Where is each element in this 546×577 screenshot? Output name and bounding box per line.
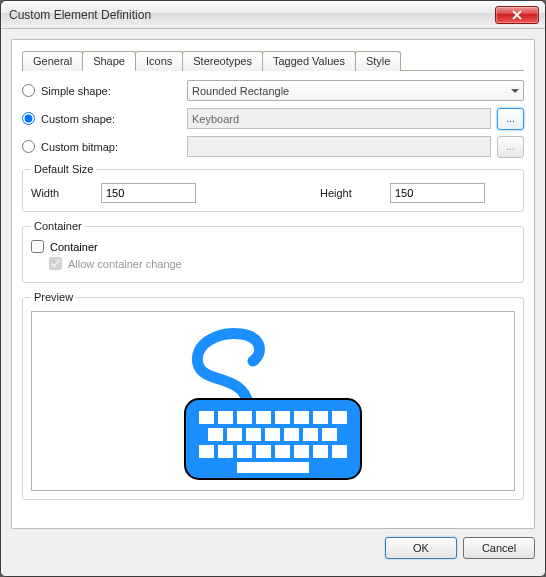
- simple-shape-label: Simple shape:: [41, 85, 181, 97]
- svg-rect-21: [294, 445, 309, 458]
- svg-rect-1: [199, 411, 214, 424]
- ok-button[interactable]: OK: [385, 537, 457, 559]
- custom-bitmap-label: Custom bitmap:: [41, 141, 181, 153]
- custom-shape-field[interactable]: [187, 108, 491, 129]
- close-button[interactable]: [495, 6, 539, 24]
- svg-rect-4: [256, 411, 271, 424]
- svg-rect-18: [237, 445, 252, 458]
- svg-rect-11: [246, 428, 261, 441]
- allow-container-change-checkbox: [49, 257, 62, 270]
- height-label: Height: [320, 187, 380, 199]
- svg-rect-17: [218, 445, 233, 458]
- svg-rect-5: [275, 411, 290, 424]
- width-input[interactable]: [101, 183, 196, 203]
- dialog-window: Custom Element Definition General Shape …: [0, 0, 546, 577]
- keyboard-icon: [133, 319, 413, 484]
- close-icon: [512, 10, 522, 20]
- radio-simple-shape[interactable]: [22, 84, 35, 97]
- container-label: Container: [50, 241, 98, 253]
- svg-rect-9: [208, 428, 223, 441]
- svg-rect-8: [332, 411, 347, 424]
- svg-rect-19: [256, 445, 271, 458]
- radio-custom-shape[interactable]: [22, 112, 35, 125]
- svg-rect-24: [237, 462, 309, 473]
- cancel-button[interactable]: Cancel: [463, 537, 535, 559]
- svg-rect-2: [218, 411, 233, 424]
- preview-legend: Preview: [31, 291, 76, 303]
- simple-shape-value: Rounded Rectangle: [192, 85, 289, 97]
- container-group: Container Container Allow container chan…: [22, 220, 524, 283]
- width-label: Width: [31, 187, 91, 199]
- svg-rect-7: [313, 411, 328, 424]
- default-size-group: Default Size Width Height: [22, 163, 524, 212]
- svg-rect-23: [332, 445, 347, 458]
- browse-bitmap-button[interactable]: ...: [497, 136, 524, 158]
- titlebar[interactable]: Custom Element Definition: [1, 1, 545, 29]
- svg-rect-6: [294, 411, 309, 424]
- tab-tagged-values[interactable]: Tagged Values: [262, 51, 356, 71]
- tab-style[interactable]: Style: [355, 51, 401, 71]
- window-title: Custom Element Definition: [7, 8, 495, 22]
- height-input[interactable]: [390, 183, 485, 203]
- tab-stereotypes[interactable]: Stereotypes: [182, 51, 263, 71]
- svg-rect-16: [199, 445, 214, 458]
- svg-rect-22: [313, 445, 328, 458]
- custom-shape-label: Custom shape:: [41, 113, 181, 125]
- svg-rect-13: [284, 428, 299, 441]
- custom-bitmap-field: [187, 136, 491, 157]
- tab-shape[interactable]: Shape: [82, 51, 136, 71]
- tab-icons[interactable]: Icons: [135, 51, 183, 71]
- svg-rect-3: [237, 411, 252, 424]
- tab-strip: General Shape Icons Stereotypes Tagged V…: [22, 50, 524, 71]
- svg-rect-15: [322, 428, 337, 441]
- tab-general[interactable]: General: [22, 51, 83, 71]
- preview-canvas: [31, 311, 515, 491]
- container-checkbox[interactable]: [31, 240, 44, 253]
- svg-rect-12: [265, 428, 280, 441]
- svg-rect-14: [303, 428, 318, 441]
- container-legend: Container: [31, 220, 85, 232]
- svg-rect-20: [275, 445, 290, 458]
- svg-rect-10: [227, 428, 242, 441]
- browse-custom-shape-button[interactable]: ...: [497, 108, 524, 130]
- dialog-buttons: OK Cancel: [11, 537, 535, 559]
- simple-shape-combo[interactable]: Rounded Rectangle: [187, 80, 524, 101]
- radio-custom-bitmap[interactable]: [22, 140, 35, 153]
- allow-container-change-label: Allow container change: [68, 258, 182, 270]
- main-panel: General Shape Icons Stereotypes Tagged V…: [11, 39, 535, 529]
- default-size-legend: Default Size: [31, 163, 96, 175]
- preview-group: Preview: [22, 291, 524, 500]
- chevron-down-icon: [511, 89, 519, 93]
- content-area: General Shape Icons Stereotypes Tagged V…: [1, 29, 545, 576]
